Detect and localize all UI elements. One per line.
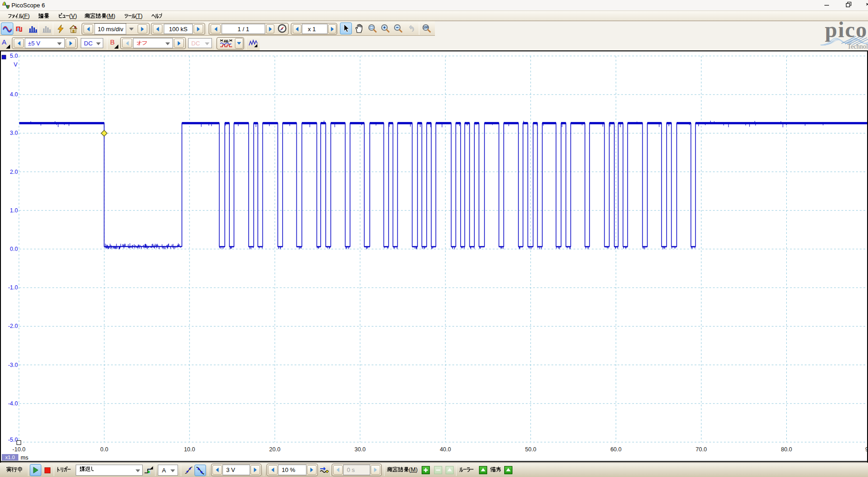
svg-text:x1.0: x1.0 (6, 455, 15, 460)
svg-text:FF: FF (224, 39, 228, 43)
svg-text:-10.0: -10.0 (12, 446, 26, 453)
svg-text:-4.0: -4.0 (8, 400, 18, 407)
svg-text:1.0: 1.0 (10, 207, 18, 214)
svg-text:50.0: 50.0 (525, 446, 536, 453)
svg-text:): ) (416, 466, 417, 473)
svg-text:60.0: 60.0 (610, 446, 621, 453)
svg-text:V: V (71, 13, 75, 19)
svg-text:100: 100 (423, 26, 428, 29)
svg-text:-2.0: -2.0 (8, 323, 18, 329)
svg-text:): ) (28, 13, 29, 19)
svg-text:20.0: 20.0 (269, 446, 280, 453)
svg-text:80.0: 80.0 (781, 446, 792, 453)
svg-text:): ) (113, 13, 115, 19)
svg-text:0.0: 0.0 (100, 446, 108, 453)
svg-text:): ) (75, 13, 77, 19)
svg-text:): ) (141, 13, 143, 19)
svg-text:70.0: 70.0 (696, 446, 707, 453)
svg-text:F: F (24, 13, 28, 19)
svg-text:5.0: 5.0 (10, 53, 18, 59)
svg-text:M: M (411, 466, 416, 473)
svg-text:-5.0: -5.0 (8, 437, 18, 443)
svg-text:0.0: 0.0 (10, 246, 18, 252)
svg-text:30.0: 30.0 (355, 446, 366, 453)
svg-text:40.0: 40.0 (440, 446, 451, 453)
svg-text:3.0: 3.0 (10, 130, 18, 136)
svg-text:10.0: 10.0 (184, 446, 195, 453)
svg-text:-3.0: -3.0 (8, 362, 18, 368)
svg-text:T: T (137, 13, 141, 19)
svg-text:2.0: 2.0 (10, 169, 18, 175)
svg-text:ms: ms (21, 455, 28, 461)
svg-text:V: V (14, 61, 18, 68)
svg-text:-1.0: -1.0 (8, 284, 18, 291)
svg-text:M: M (108, 13, 113, 19)
svg-text:4.0: 4.0 (10, 91, 18, 98)
